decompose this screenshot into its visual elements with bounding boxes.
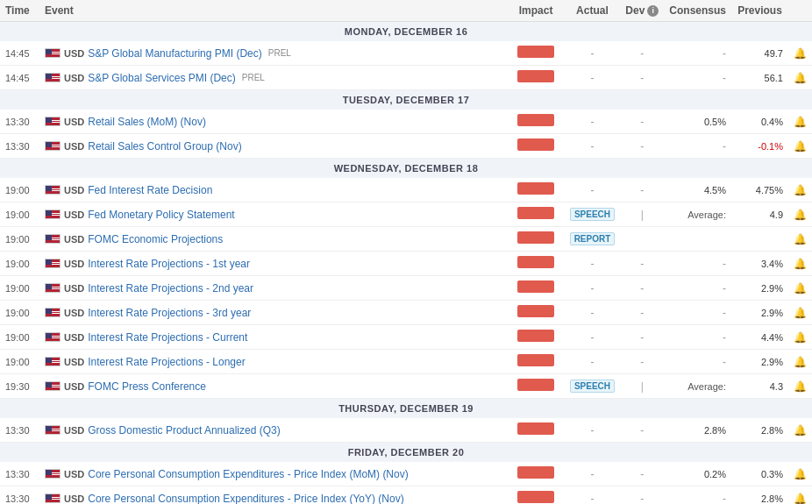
dev-cell: | [620, 374, 664, 399]
previous-cell: 49.7 [731, 41, 788, 66]
actual-cell: - [565, 301, 621, 325]
event-name[interactable]: Fed Monetary Policy Statement [88, 209, 234, 221]
actual-cell: - [565, 486, 621, 505]
event-name[interactable]: Interest Rate Projections - 1st year [88, 258, 250, 270]
event-name[interactable]: S&P Global Manufacturing PMI (Dec) [88, 47, 262, 60]
consensus-cell: Average: [664, 374, 731, 399]
alert-bell[interactable]: 🔔 [788, 227, 812, 252]
event-name[interactable]: Interest Rate Projections - 2nd year [88, 282, 253, 295]
alert-bell[interactable]: 🔔 [788, 66, 812, 90]
event-time: 19:00 [0, 252, 39, 276]
consensus-cell: - [664, 276, 731, 301]
table-row: 13:30USDGross Domestic Product Annualize… [0, 418, 812, 443]
event-name[interactable]: Interest Rate Projections - 3rd year [88, 307, 251, 319]
average-label: Average: [687, 209, 726, 220]
currency-label: USD [64, 357, 84, 367]
event-name[interactable]: Retail Sales (MoM) (Nov) [88, 116, 206, 128]
event-cell: USDFed Interest Rate Decision [39, 178, 508, 202]
previous-cell: 2.9% [731, 350, 788, 374]
consensus-cell: - [664, 41, 731, 66]
day-separator: WEDNESDAY, DECEMBER 18 [0, 159, 812, 179]
impact-bar [517, 330, 554, 342]
currency-label: USD [64, 425, 84, 436]
event-cell: USDInterest Rate Projections - Longer [39, 350, 508, 374]
event-tag: PREL [242, 73, 265, 82]
alert-bell[interactable]: 🔔 [788, 276, 812, 301]
consensus-cell: - [664, 486, 731, 505]
impact-cell [508, 41, 565, 66]
event-name[interactable]: S&P Global Services PMI (Dec) [88, 72, 236, 84]
day-label: WEDNESDAY, DECEMBER 18 [0, 159, 812, 179]
event-tag: PREL [268, 48, 291, 58]
alert-bell[interactable]: 🔔 [788, 301, 812, 325]
currency-flag [45, 73, 61, 82]
event-cell: USDInterest Rate Projections - 1st year [39, 252, 508, 276]
consensus-header: Consensus [664, 0, 731, 22]
currency-flag [45, 308, 61, 317]
impact-cell [508, 227, 565, 252]
event-name[interactable]: Gross Domestic Product Annualized (Q3) [88, 424, 280, 437]
impact-bar [517, 207, 554, 219]
currency-flag [45, 493, 61, 503]
alert-bell[interactable]: 🔔 [788, 134, 812, 159]
consensus-cell: - [664, 301, 731, 325]
event-time: 19:00 [0, 276, 39, 301]
impact-bar [517, 182, 554, 195]
event-cell: USDS&P Global Services PMI (Dec)PREL [39, 66, 508, 90]
event-name[interactable]: FOMC Press Conference [88, 380, 206, 393]
impact-bar [517, 305, 554, 317]
event-name[interactable]: Core Personal Consumption Expenditures -… [88, 493, 403, 505]
previous-cell: 2.9% [731, 276, 788, 301]
alert-bell[interactable]: 🔔 [788, 418, 812, 443]
dev-cell: - [620, 486, 664, 505]
event-name[interactable]: Interest Rate Projections - Current [88, 331, 247, 344]
impact-cell [508, 374, 565, 399]
currency-label: USD [64, 209, 84, 220]
average-value: 4.3 [770, 381, 783, 392]
previous-cell: 4.4% [731, 325, 788, 350]
currency-label: USD [64, 493, 84, 504]
event-name[interactable]: Fed Interest Rate Decision [88, 184, 212, 196]
consensus-cell: - [664, 325, 731, 350]
event-time: 19:30 [0, 374, 39, 399]
currency-flag [45, 117, 61, 126]
currency-flag [45, 283, 61, 293]
currency-flag [45, 425, 61, 435]
actual-cell: - [565, 350, 621, 374]
alert-bell[interactable]: 🔔 [788, 178, 812, 202]
event-name[interactable]: FOMC Economic Projections [88, 233, 223, 245]
table-row: 19:00USDInterest Rate Projections - 3rd … [0, 301, 812, 325]
previous-cell: 0.3% [731, 462, 788, 486]
alert-bell[interactable]: 🔔 [788, 202, 812, 227]
table-row: 14:45USDS&P Global Services PMI (Dec)PRE… [0, 66, 812, 90]
impact-cell [508, 301, 565, 325]
alert-bell[interactable]: 🔔 [788, 41, 812, 66]
currency-label: USD [64, 234, 84, 245]
impact-cell [508, 252, 565, 276]
alert-bell[interactable]: 🔔 [788, 462, 812, 486]
impact-cell [508, 178, 565, 202]
currency-label: USD [64, 141, 84, 152]
alert-bell[interactable]: 🔔 [788, 110, 812, 134]
consensus-cell: - [664, 134, 731, 159]
actual-cell: SPEECH [565, 202, 621, 227]
currency-flag [45, 141, 61, 151]
impact-cell [508, 462, 565, 486]
alert-bell[interactable]: 🔔 [788, 374, 812, 399]
event-name[interactable]: Core Personal Consumption Expenditures -… [88, 468, 408, 480]
impact-bar [517, 422, 554, 435]
dev-info-icon[interactable]: i [647, 5, 659, 17]
previous-cell: 4.3 [731, 374, 788, 399]
alert-bell[interactable]: 🔔 [788, 252, 812, 276]
previous-cell [731, 227, 788, 252]
alert-bell[interactable]: 🔔 [788, 325, 812, 350]
previous-cell: 4.9 [731, 202, 788, 227]
event-name[interactable]: Retail Sales Control Group (Nov) [88, 140, 241, 153]
event-name[interactable]: Interest Rate Projections - Longer [88, 356, 245, 368]
alert-bell[interactable]: 🔔 [788, 486, 812, 505]
alert-bell[interactable]: 🔔 [788, 350, 812, 374]
actual-cell: - [565, 41, 621, 66]
event-cell: USDFOMC Press Conference [39, 374, 508, 399]
calendar-body: MONDAY, DECEMBER 1614:45USDS&P Global Ma… [0, 22, 812, 505]
day-label: TUESDAY, DECEMBER 17 [0, 90, 812, 110]
